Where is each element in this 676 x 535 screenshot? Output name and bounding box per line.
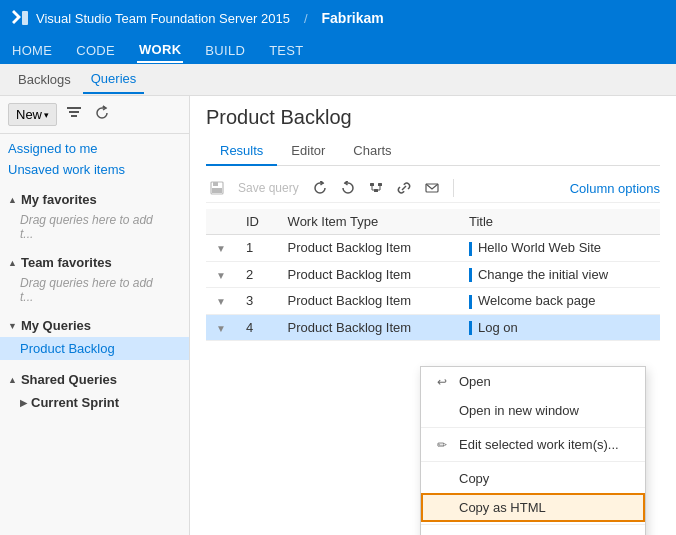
column-options-button[interactable]: Column options: [570, 181, 660, 196]
my-queries-section: ▼ My Queries Product Backlog: [0, 310, 189, 364]
my-queries-label: My Queries: [21, 318, 91, 333]
svg-rect-6: [212, 188, 222, 193]
title-bar-icon: [469, 268, 472, 282]
context-open-new-window-label: Open in new window: [459, 403, 579, 418]
edit-icon: ✏: [437, 438, 451, 452]
col-type: Work Item Type: [278, 209, 459, 235]
context-copy[interactable]: Copy: [421, 464, 645, 493]
sidebar: New ▾ Assigned to me Unsaved work items: [0, 96, 190, 535]
redo-button[interactable]: [337, 178, 359, 198]
my-queries-header[interactable]: ▼ My Queries: [0, 314, 189, 337]
save-icon: [210, 181, 224, 195]
open-icon: ↩: [437, 375, 451, 389]
row-toggle[interactable]: ▼: [206, 314, 236, 341]
svg-rect-1: [67, 107, 81, 109]
hierarchy-icon: [369, 181, 383, 195]
row-type: Product Backlog Item: [278, 288, 459, 315]
row-type: Product Backlog Item: [278, 261, 459, 288]
my-favorites-triangle: ▲: [8, 195, 17, 205]
dropdown-arrow-icon: ▾: [44, 110, 49, 120]
nav-code[interactable]: CODE: [74, 39, 117, 62]
shared-queries-section: ▲ Shared Queries ▶ Current Sprint: [0, 364, 189, 418]
context-open[interactable]: ↩ Open: [421, 367, 645, 396]
shared-queries-triangle: ▲: [8, 375, 17, 385]
tab-charts[interactable]: Charts: [339, 137, 405, 166]
context-menu-divider-3: [421, 524, 645, 525]
svg-rect-3: [71, 115, 77, 117]
row-toggle[interactable]: ▼: [206, 235, 236, 262]
query-toolbar: Save query: [206, 174, 660, 203]
project-name: Fabrikam: [322, 10, 384, 26]
shared-queries-header[interactable]: ▲ Shared Queries: [0, 368, 189, 391]
refresh-query-button[interactable]: [309, 178, 331, 198]
table-row[interactable]: ▼ 1 Product Backlog Item Hello World Web…: [206, 235, 660, 262]
context-edit[interactable]: ✏ Edit selected work item(s)...: [421, 430, 645, 459]
table-row[interactable]: ▼ 3 Product Backlog Item Welcome back pa…: [206, 288, 660, 315]
sidebar-item-product-backlog[interactable]: Product Backlog: [0, 337, 189, 360]
current-sprint-triangle: ▶: [20, 398, 27, 408]
refresh-query-icon: [313, 181, 327, 195]
vs-icon: [10, 8, 30, 28]
svg-rect-7: [370, 183, 374, 186]
row-toggle[interactable]: ▼: [206, 288, 236, 315]
filter-icon-button[interactable]: [63, 102, 85, 127]
row-id: 4: [236, 314, 278, 341]
nav-bar: HOME CODE WORK BUILD TEST: [0, 36, 676, 64]
team-favorites-section: ▲ Team favorites Drag queries here to ad…: [0, 247, 189, 310]
subnav-backlogs[interactable]: Backlogs: [10, 66, 79, 93]
my-favorites-drag-text: Drag queries here to add t...: [0, 211, 189, 243]
title-bar-icon: [469, 242, 472, 256]
save-query-label: Save query: [238, 181, 299, 195]
unsaved-work-items-link[interactable]: Unsaved work items: [8, 159, 181, 180]
context-copy-html[interactable]: Copy as HTML: [421, 493, 645, 522]
context-menu-divider-1: [421, 427, 645, 428]
col-id: ID: [236, 209, 278, 235]
separator: /: [304, 11, 308, 26]
nav-home[interactable]: HOME: [10, 39, 54, 62]
subnav-queries[interactable]: Queries: [83, 65, 145, 94]
nav-test[interactable]: TEST: [267, 39, 305, 62]
sub-nav: Backlogs Queries: [0, 64, 676, 96]
refresh-icon-button[interactable]: [91, 102, 113, 127]
link-icon: [397, 181, 411, 195]
app-title: Visual Studio Team Foundation Server 201…: [36, 11, 290, 26]
current-sprint-header[interactable]: ▶ Current Sprint: [0, 391, 189, 414]
save-icon-button[interactable]: [206, 178, 228, 198]
context-copy-label: Copy: [459, 471, 489, 486]
context-menu-divider-2: [421, 461, 645, 462]
sidebar-links: Assigned to me Unsaved work items: [0, 134, 189, 184]
table-row[interactable]: ▼ 4 Product Backlog Item Log on: [206, 314, 660, 341]
new-button[interactable]: New ▾: [8, 103, 57, 126]
results-table: ID Work Item Type Title ▼ 1 Product Back…: [206, 209, 660, 341]
context-email[interactable]: ✉ Email selected work item(s)...: [421, 527, 645, 535]
svg-rect-2: [69, 111, 79, 113]
shared-queries-label: Shared Queries: [21, 372, 117, 387]
link-button[interactable]: [393, 178, 415, 198]
sidebar-toolbar: New ▾: [0, 96, 189, 134]
nav-work[interactable]: WORK: [137, 38, 183, 63]
tab-results[interactable]: Results: [206, 137, 277, 166]
svg-rect-0: [22, 11, 28, 25]
nav-build[interactable]: BUILD: [203, 39, 247, 62]
current-sprint-label: Current Sprint: [31, 395, 119, 410]
filter-icon: [66, 105, 82, 121]
table-row[interactable]: ▼ 2 Product Backlog Item Change the init…: [206, 261, 660, 288]
row-title: Change the initial view: [459, 261, 660, 288]
hierarchy-button[interactable]: [365, 178, 387, 198]
context-open-new-window[interactable]: Open in new window: [421, 396, 645, 425]
assigned-to-me-link[interactable]: Assigned to me: [8, 138, 181, 159]
save-query-button[interactable]: Save query: [234, 178, 303, 198]
my-favorites-header[interactable]: ▲ My favorites: [0, 188, 189, 211]
my-favorites-section: ▲ My favorites Drag queries here to add …: [0, 184, 189, 247]
my-favorites-label: My favorites: [21, 192, 97, 207]
svg-rect-5: [213, 182, 218, 186]
team-favorites-header[interactable]: ▲ Team favorites: [0, 251, 189, 274]
col-toggle: [206, 209, 236, 235]
context-open-label: Open: [459, 374, 491, 389]
row-id: 1: [236, 235, 278, 262]
email-button[interactable]: [421, 178, 443, 198]
tab-editor[interactable]: Editor: [277, 137, 339, 166]
team-favorites-triangle: ▲: [8, 258, 17, 268]
row-toggle[interactable]: ▼: [206, 261, 236, 288]
col-title: Title: [459, 209, 660, 235]
